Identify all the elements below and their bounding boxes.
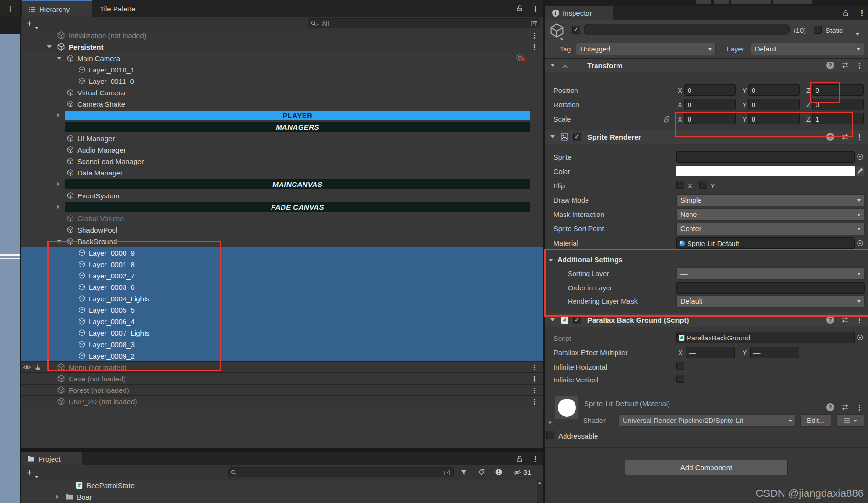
infinite-vertical-checkbox[interactable] (676, 375, 684, 383)
hierarchy-item-row[interactable]: Camera Shake (21, 98, 543, 110)
alert-icon[interactable] (495, 468, 502, 478)
sprite-sort-point-dropdown[interactable]: Center (676, 223, 865, 235)
foldout-arrow[interactable] (57, 240, 62, 243)
rotation-y-field[interactable]: 0 (748, 99, 800, 110)
rotation-z-field[interactable]: 0 (812, 99, 864, 110)
hierarchy-item-row[interactable]: Layer_0002_7 (21, 270, 543, 281)
help-icon[interactable]: ? (826, 403, 834, 411)
parallax-header[interactable]: # Parallax Back Ground (Script) ? ⋮ (545, 313, 868, 327)
open-search-window-icon[interactable] (530, 20, 538, 27)
hierarchy-item-row[interactable]: Layer_0000_9 (21, 247, 543, 258)
sorting-layer-dropdown[interactable]: — (676, 267, 865, 280)
hierarchy-item-row[interactable]: SceneLoad Manager (21, 155, 543, 167)
scene-menu-icon[interactable]: ⋮ (531, 398, 538, 405)
help-icon[interactable]: ? (826, 133, 834, 141)
lock-icon[interactable] (516, 4, 523, 14)
create-button[interactable]: + (26, 467, 32, 477)
hierarchy-item-row[interactable]: Main Camera (21, 52, 543, 64)
flip-x-checkbox[interactable] (676, 181, 684, 189)
hierarchy-banner-row[interactable]: FADE CANVAS (21, 201, 543, 213)
project-search-input[interactable] (228, 467, 454, 477)
hierarchy-item-row[interactable]: BackGround (21, 236, 543, 247)
material-thumbnail[interactable] (555, 396, 578, 419)
project-row[interactable]: #BeePatrolState (21, 480, 537, 491)
gameobject-cube-icon[interactable] (549, 23, 565, 40)
scale-z-field[interactable]: 1 (812, 113, 864, 124)
panel-menu-icon[interactable]: ⋮ (532, 5, 539, 13)
hierarchy-item-row[interactable]: Layer_0008_3 (21, 339, 543, 350)
cutoff-toolbar-button[interactable] (731, 0, 771, 4)
foldout-arrow[interactable] (56, 494, 59, 499)
addressable-checkbox[interactable] (546, 431, 554, 439)
open-search-window-icon[interactable] (444, 469, 451, 476)
create-button[interactable]: + (26, 18, 32, 28)
object-picker-icon[interactable] (857, 154, 864, 161)
banner-bar[interactable]: MAINCANVAS (65, 179, 530, 189)
foldout-arrow[interactable] (57, 182, 60, 186)
foldout-arrow[interactable] (550, 64, 555, 67)
hierarchy-item-row[interactable]: Virtual Camera (21, 87, 543, 98)
preset-icon[interactable] (841, 404, 849, 411)
parallax-y-field[interactable]: — (750, 347, 799, 358)
draw-mode-dropdown[interactable]: Simple (676, 194, 865, 206)
hierarchy-item-row[interactable]: Layer_0004_Lights (21, 293, 543, 304)
panel-menu-icon[interactable]: ⋮ (532, 455, 539, 463)
tab-hierarchy[interactable]: Hierarchy (22, 0, 92, 17)
label-icon[interactable] (478, 469, 485, 478)
lock-icon[interactable] (516, 455, 523, 464)
foldout-arrow[interactable] (550, 318, 555, 321)
hierarchy-item-row[interactable]: Data Manager (21, 167, 543, 178)
rendering-layer-mask-dropdown[interactable]: Default (676, 295, 865, 308)
banner-bar[interactable]: MANAGERS (65, 122, 530, 132)
hierarchy-scene-row[interactable]: Cave (not loaded)⋮ (21, 373, 543, 384)
hierarchy-item-row[interactable]: ShadowPool (21, 224, 543, 236)
tab-tile-palette[interactable]: Tile Palette (93, 0, 150, 17)
static-checkbox[interactable] (814, 26, 822, 34)
cutoff-toolbar-button[interactable] (696, 0, 711, 4)
hierarchy-scene-row[interactable]: Forest (not loaded)⋮ (21, 384, 543, 396)
object-picker-icon[interactable] (857, 240, 864, 247)
add-component-button[interactable]: Add Component (625, 460, 788, 475)
hierarchy-banner-row[interactable]: MANAGERS (21, 121, 543, 133)
lock-icon[interactable] (842, 9, 849, 19)
preview-foldout-arrow[interactable] (549, 420, 552, 425)
hierarchy-scene-row[interactable]: Persistent⋮ (21, 41, 543, 52)
banner-bar[interactable]: PLAYER (65, 111, 530, 120)
preset-icon[interactable] (841, 133, 849, 140)
sprite-renderer-header[interactable]: Sprite Renderer ? ⋮ (545, 130, 868, 144)
foldout-arrow[interactable] (550, 135, 555, 138)
hierarchy-banner-row[interactable]: PLAYER (21, 110, 543, 121)
hierarchy-item-row[interactable]: Layer_0007_Lights (21, 327, 543, 339)
hierarchy-scene-row[interactable]: Initialization (not loaded)⋮ (21, 30, 543, 41)
active-checkbox[interactable] (572, 26, 580, 34)
cutoff-toolbar-button[interactable] (773, 0, 812, 4)
material-field[interactable]: Sprite-Lit-Default (676, 237, 855, 249)
tab-project[interactable]: Project (21, 452, 82, 465)
layer-dropdown[interactable]: Default (751, 43, 864, 55)
unlinked-scale-icon[interactable] (663, 115, 670, 123)
scene-menu-icon[interactable]: ⋮ (531, 375, 538, 382)
visibility-eye-icon[interactable] (23, 363, 31, 371)
tab-inspector[interactable]: i Inspector (545, 6, 613, 20)
scene-menu-icon[interactable]: ⋮ (531, 32, 538, 39)
position-y-field[interactable]: 0 (748, 84, 800, 96)
scale-y-field[interactable]: 8 (748, 113, 800, 124)
foldout-arrow[interactable] (548, 259, 553, 262)
parallax-x-field[interactable]: — (686, 347, 735, 358)
scene-menu-icon[interactable]: ⋮ (531, 43, 538, 51)
cutoff-toolbar-button[interactable] (714, 0, 729, 4)
foldout-arrow[interactable] (57, 113, 60, 118)
component-menu-icon[interactable]: ⋮ (856, 62, 863, 69)
create-dropdown-icon[interactable] (35, 472, 39, 480)
foldout-arrow[interactable] (47, 45, 52, 48)
preset-icon[interactable] (841, 62, 849, 69)
scene-menu-icon[interactable]: ⋮ (531, 364, 538, 371)
color-swatch[interactable] (676, 166, 855, 176)
hierarchy-search-input[interactable]: All (308, 18, 540, 28)
infinite-horizontal-checkbox[interactable] (676, 362, 684, 370)
component-enabled-checkbox[interactable] (573, 316, 581, 324)
component-menu-icon[interactable]: ⋮ (856, 133, 863, 141)
hierarchy-banner-row[interactable]: MAINCANVAS (21, 178, 543, 190)
hidden-items-toggle[interactable]: 31 (513, 468, 532, 476)
preset-icon[interactable] (841, 317, 849, 323)
